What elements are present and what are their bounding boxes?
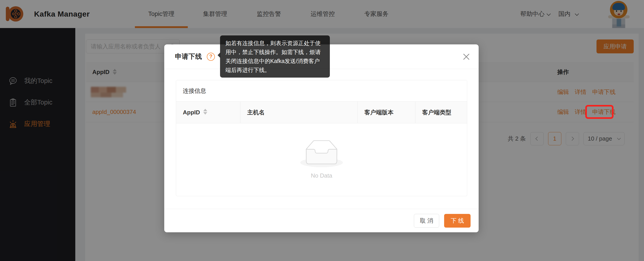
column-header-client-type: 客户端类型 (416, 102, 467, 123)
modal-footer: 取 消 下 线 (164, 209, 479, 232)
sorter-icon[interactable] (203, 109, 207, 115)
modal-title: 申请下线 (175, 52, 202, 61)
tooltip-text: 如若有连接信息，则表示资源正处于使用中，禁止下线操作。如需下线，烦请关闭连接信息… (226, 40, 321, 73)
column-header-hostname: 主机名 (240, 102, 358, 123)
cancel-button[interactable]: 取 消 (414, 214, 439, 227)
app-screen: Kafka Manager Topic管理 集群管理 监控告警 运维管控 专家服… (0, 0, 644, 261)
empty-inbox-icon (300, 140, 343, 167)
column-header-client-version: 客户端版本 (358, 102, 416, 123)
question-circle-icon[interactable]: ? (207, 53, 215, 61)
connection-info-panel: 连接信息 AppID 主机名 客户端版本 客户端类型 (176, 80, 467, 196)
empty-state: No Data (176, 123, 467, 195)
offline-confirm-button[interactable]: 下 线 (444, 214, 470, 227)
modal-table-header-row: AppID 主机名 客户端版本 客户端类型 (176, 102, 467, 123)
empty-text: No Data (311, 172, 332, 179)
annotation-highlight-box (585, 105, 614, 119)
tooltip-arrow-icon (218, 53, 220, 58)
section-title: 连接信息 (176, 80, 467, 102)
close-icon[interactable] (462, 52, 471, 62)
column-header-appid[interactable]: AppID (176, 102, 240, 123)
help-tooltip: 如若有连接信息，则表示资源正处于使用中，禁止下线操作。如需下线，烦请关闭连接信息… (220, 36, 330, 78)
